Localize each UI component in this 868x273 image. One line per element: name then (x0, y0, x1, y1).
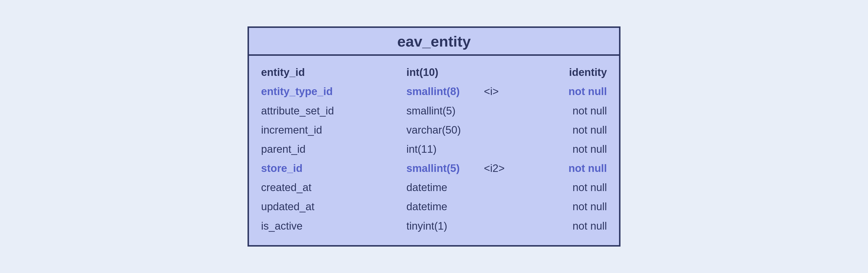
table-row: increment_idvarchar(50)not null (261, 120, 607, 139)
column-type: int(11) (406, 139, 484, 159)
column-constraint: identity (527, 62, 607, 82)
table-row: store_idsmallint(5)<i2>not null (261, 159, 607, 178)
table-title: eav_entity (249, 28, 619, 56)
column-constraint: not null (527, 178, 607, 197)
column-index: <i2> (484, 159, 527, 178)
column-constraint: not null (527, 159, 607, 178)
table-row: updated_atdatetimenot null (261, 197, 607, 216)
column-name: attribute_set_id (261, 101, 406, 120)
column-constraint: not null (527, 120, 607, 139)
column-constraint: not null (527, 139, 607, 159)
table-body: entity_idint(10)identityentity_type_idsm… (249, 56, 619, 245)
column-constraint: not null (527, 82, 607, 101)
column-type: datetime (406, 197, 484, 216)
column-type: datetime (406, 178, 484, 197)
column-type: smallint(8) (406, 82, 484, 101)
table-row: entity_type_idsmallint(8)<i>not null (261, 82, 607, 101)
table-row: created_atdatetimenot null (261, 178, 607, 197)
table-row: parent_idint(11)not null (261, 139, 607, 159)
column-name: is_active (261, 216, 406, 236)
column-type: int(10) (406, 62, 484, 82)
column-name: entity_type_id (261, 82, 406, 101)
entity-table: eav_entity entity_idint(10)identityentit… (248, 26, 620, 247)
column-type: varchar(50) (406, 120, 484, 139)
column-index: <i> (484, 82, 527, 101)
column-name: entity_id (261, 62, 406, 82)
table-row: entity_idint(10)identity (261, 62, 607, 82)
column-name: created_at (261, 178, 406, 197)
table-row: attribute_set_idsmallint(5)not null (261, 101, 607, 120)
table-row: is_activetinyint(1)not null (261, 216, 607, 236)
column-constraint: not null (527, 216, 607, 236)
column-type: smallint(5) (406, 159, 484, 178)
column-name: store_id (261, 159, 406, 178)
column-name: updated_at (261, 197, 406, 216)
column-type: tinyint(1) (406, 216, 484, 236)
column-type: smallint(5) (406, 101, 484, 120)
column-constraint: not null (527, 101, 607, 120)
column-name: parent_id (261, 139, 406, 159)
column-name: increment_id (261, 120, 406, 139)
column-constraint: not null (527, 197, 607, 216)
